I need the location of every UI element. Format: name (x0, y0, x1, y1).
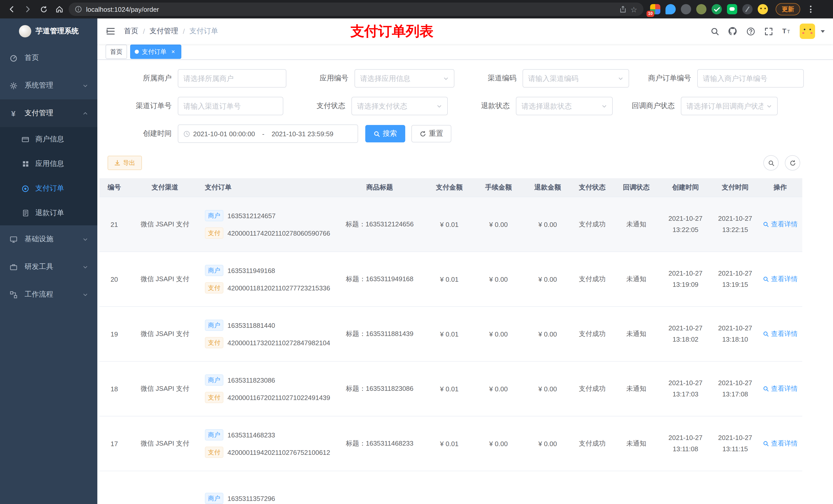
merchant-tag: 商户 (205, 375, 223, 386)
cell-status: 支付成功 (571, 416, 614, 471)
pay-status-input[interactable] (357, 102, 433, 110)
github-icon[interactable] (728, 27, 737, 36)
merchant-input[interactable] (184, 74, 281, 82)
table-row: 20 微信 JSAPI 支付 商户1635311949168 支付4200001… (99, 252, 802, 307)
notify-status-filter[interactable] (681, 97, 778, 115)
cell-id: 20 (99, 252, 129, 307)
chrome-update-button[interactable]: 更新 (776, 3, 800, 15)
magnifier-icon (763, 221, 769, 227)
tab-pay-order[interactable]: 支付订单 (130, 45, 181, 59)
view-detail-link[interactable]: 查看详情 (763, 384, 798, 393)
bookmark-star-icon[interactable]: ☆ (630, 5, 637, 13)
extension-olive-icon[interactable] (696, 4, 707, 14)
pay-status-filter[interactable] (352, 97, 448, 115)
cell-pay-time: 2021-10-2713:11:15 (712, 416, 758, 471)
url-bar[interactable]: localhost:1024/pay/order ☆ (69, 3, 643, 16)
sidebar-item-pay-order[interactable]: 支付订单 (0, 176, 97, 201)
cell-status: 支付成功 (571, 252, 614, 307)
site-info-icon[interactable] (75, 6, 82, 13)
search-button[interactable]: 搜索 (365, 125, 405, 142)
channel-code-filter[interactable] (523, 69, 629, 88)
channel-code-input[interactable] (528, 74, 615, 82)
date-start[interactable]: 2021-10-01 00:00:00 (193, 130, 255, 138)
extension-gray-icon[interactable] (681, 4, 691, 14)
breadcrumb: 首页 / 支付管理 / 支付订单 (124, 27, 218, 36)
cell-refund: ¥ 0.00 (525, 361, 571, 416)
create-time-range-picker[interactable]: 2021-10-01 00:00:00 - 2021-10-31 23:59:5… (178, 124, 358, 143)
sidebar-item-app-info[interactable]: 应用信息 (0, 152, 97, 176)
merchant-order-no-filter[interactable] (697, 69, 804, 88)
view-detail-link[interactable]: 查看详情 (763, 329, 798, 339)
cell-action: 查看详情 (758, 307, 802, 361)
fullscreen-icon[interactable] (764, 27, 773, 36)
channel-order-no-filter[interactable] (178, 97, 283, 115)
sidebar-item-home[interactable]: 首页 (0, 44, 97, 72)
share-icon[interactable] (619, 6, 626, 13)
refund-status-input[interactable] (522, 102, 598, 110)
pay-tag: 支付 (205, 282, 223, 293)
app-window: 芋道管理系统 首页 系统管理 ¥ 支付管理 (0, 19, 833, 504)
cell-title: 标题：1635311881439 (333, 307, 426, 361)
merchant-order-no-input[interactable] (703, 74, 798, 82)
search-icon[interactable] (710, 27, 719, 36)
caret-down-icon[interactable] (821, 30, 825, 32)
title-prefix: 标题： (346, 220, 365, 228)
breadcrumb-home[interactable]: 首页 (124, 27, 138, 36)
refresh-table-button[interactable] (785, 155, 800, 171)
merchant-tag: 商户 (205, 493, 223, 504)
refund-status-filter[interactable] (516, 97, 613, 115)
font-size-icon[interactable]: TT (782, 27, 791, 36)
channel-order-no-input[interactable] (184, 102, 278, 110)
workflow-icon (9, 290, 18, 298)
breadcrumb-payment[interactable]: 支付管理 (149, 27, 178, 36)
export-button[interactable]: 导出 (108, 156, 142, 170)
sidebar-item-system[interactable]: 系统管理 (0, 72, 97, 99)
sidebar-item-label: 首页 (25, 53, 39, 63)
tab-home[interactable]: 首页 (105, 45, 127, 59)
magnifier-icon (763, 276, 769, 282)
cell-id: 19 (99, 307, 129, 361)
user-avatar[interactable] (800, 24, 815, 39)
navbar: 首页 / 支付管理 / 支付订单 支付订单列表 (97, 19, 833, 44)
cell-notify: 未通知 (614, 361, 659, 416)
reset-button[interactable]: 重置 (411, 125, 451, 142)
sidebar-item-refund-order[interactable]: 退款订单 (0, 201, 97, 225)
merchant-filter[interactable] (178, 69, 286, 88)
sidebar-item-dev-tools[interactable]: 研发工具 (0, 253, 97, 281)
cell-channel: 微信 JSAPI 支付 (129, 197, 201, 252)
chevron-down-icon (82, 264, 88, 270)
close-icon[interactable] (170, 48, 177, 55)
forward-button[interactable] (21, 3, 34, 16)
extension-pin-icon[interactable] (742, 4, 753, 14)
sidebar-item-label: 退款订单 (35, 209, 64, 218)
sidebar-item-infrastructure[interactable]: 基础设施 (0, 225, 97, 253)
sidebar-item-payment[interactable]: ¥ 支付管理 (0, 99, 97, 127)
profile-emoji-icon[interactable] (758, 4, 768, 14)
sidebar-item-merchant-info[interactable]: 商户信息 (0, 127, 97, 152)
cell-action: 查看详情 (758, 416, 802, 471)
filter-label: 应用编号 (290, 74, 355, 83)
view-detail-link[interactable]: 查看详情 (763, 220, 798, 229)
view-detail-link[interactable]: 查看详情 (763, 274, 798, 284)
home-button[interactable] (53, 3, 66, 16)
app-no-input[interactable] (360, 74, 440, 82)
date-end[interactable]: 2021-10-31 23:59:59 (271, 130, 333, 138)
extension-chat-icon[interactable] (727, 4, 737, 14)
hamburger-icon[interactable] (105, 26, 116, 37)
back-button[interactable] (5, 3, 19, 16)
help-icon[interactable] (746, 27, 755, 36)
merchant-order-no: 1635311823086 (228, 376, 275, 384)
notify-status-input[interactable] (687, 102, 763, 110)
toggle-search-button[interactable] (763, 155, 779, 171)
cell-pay-time: 2021-10-2713:18:10 (712, 307, 758, 361)
reload-button[interactable] (37, 3, 50, 16)
app-logo[interactable]: 芋道管理系统 (0, 19, 97, 44)
browser-menu-button[interactable] (808, 4, 813, 15)
app-no-filter[interactable] (355, 69, 454, 88)
extension-check-icon[interactable] (712, 4, 722, 14)
extension-colorful-icon[interactable]: 10 (650, 4, 660, 14)
view-detail-link[interactable]: 查看详情 (763, 439, 798, 448)
extension-drop-icon[interactable] (665, 4, 676, 14)
sidebar-item-workflow[interactable]: 工作流程 (0, 281, 97, 308)
pay-order-no: 4200001174202110278060590766 (228, 229, 330, 237)
